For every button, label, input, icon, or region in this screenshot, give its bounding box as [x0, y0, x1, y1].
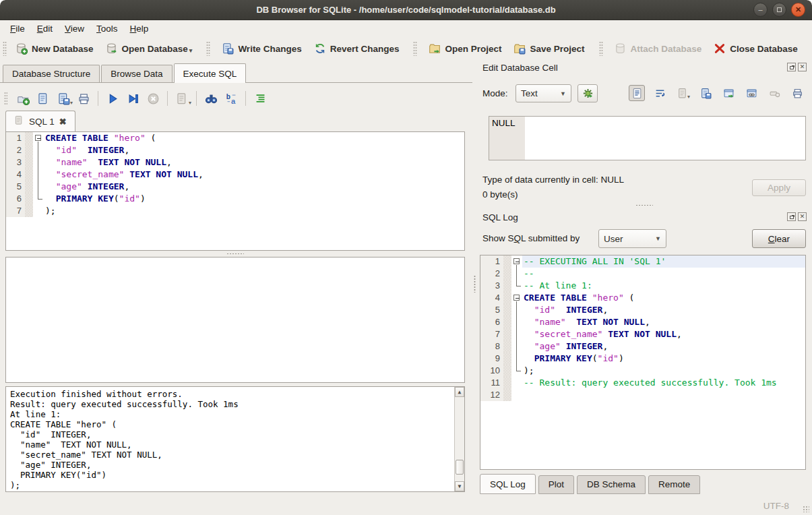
menu-help[interactable]: Help: [124, 22, 155, 35]
revert-changes-button[interactable]: Revert Changes: [308, 39, 406, 58]
fold-margin[interactable]: [511, 365, 522, 377]
fold-margin[interactable]: [511, 304, 522, 316]
code-text: -- Result: query executed successfully. …: [522, 377, 805, 389]
fold-margin[interactable]: [33, 169, 44, 181]
print-sql-button[interactable]: [73, 90, 94, 107]
fold-margin[interactable]: [511, 377, 522, 389]
format-sql-button[interactable]: [250, 90, 270, 107]
find-replace-button[interactable]: ba: [221, 90, 241, 107]
dropdown-caret-icon[interactable]: ▾: [189, 47, 193, 55]
menu-file[interactable]: File: [4, 22, 31, 35]
sql-toolbar: ▾▾ba: [4, 88, 270, 109]
close-database-button[interactable]: Close Database: [708, 39, 804, 58]
fold-margin[interactable]: [33, 181, 44, 193]
menu-edit[interactable]: Edit: [31, 22, 59, 35]
print-cell-button[interactable]: [789, 85, 805, 101]
code-text: );: [44, 205, 464, 217]
scroll-thumb[interactable]: [456, 460, 464, 475]
scroll-up-icon[interactable]: ▲: [455, 387, 464, 397]
close-button[interactable]: ✕: [791, 3, 805, 17]
fold-margin[interactable]: [33, 205, 44, 217]
fold-margin[interactable]: [33, 193, 44, 205]
tab-browse-data[interactable]: Browse Data: [101, 65, 172, 83]
execute-all-button[interactable]: [102, 90, 123, 107]
find-text-button[interactable]: [201, 90, 221, 107]
scroll-down-icon[interactable]: ▼: [455, 481, 464, 491]
line-number: 9: [480, 353, 503, 365]
write-changes-button[interactable]: Write Changes: [216, 39, 307, 58]
scrollbar[interactable]: ▲ ▼: [454, 387, 464, 491]
bookmark-margin: [503, 377, 511, 389]
mode-value: Text: [521, 88, 538, 98]
menu-tools[interactable]: Tools: [90, 22, 124, 35]
fold-margin[interactable]: [511, 280, 522, 292]
dock-tab-remote[interactable]: Remote: [648, 475, 700, 494]
toolbar-handle: [4, 92, 7, 105]
open-project-label: Open Project: [445, 44, 501, 54]
dock-tab-sql-log[interactable]: SQL Log: [480, 474, 536, 494]
fold-margin[interactable]: [33, 144, 44, 156]
save-project-button[interactable]: Save Project: [507, 39, 590, 58]
tab-database-structure[interactable]: Database Structure: [3, 65, 100, 83]
bookmark-margin: [503, 340, 511, 353]
dock-tab-db-schema[interactable]: DB Schema: [577, 475, 646, 494]
export-data-button[interactable]: [720, 85, 737, 101]
close-dock-icon[interactable]: ✕: [798, 212, 807, 221]
attach-database-label: Attach Database: [631, 44, 702, 54]
fold-margin[interactable]: [511, 340, 522, 353]
fold-margin[interactable]: [511, 328, 522, 340]
word-wrap-button[interactable]: [652, 85, 668, 101]
fold-margin[interactable]: [33, 132, 44, 144]
fold-margin[interactable]: [511, 353, 522, 365]
code-line: 5 "id" INTEGER,: [480, 304, 805, 316]
tab-execute-sql[interactable]: Execute SQL: [174, 63, 247, 83]
cell-value-editor[interactable]: NULL: [489, 116, 806, 160]
fold-margin[interactable]: [511, 255, 522, 268]
new-sql-tab-button[interactable]: [13, 90, 33, 107]
write-changes-label: Write Changes: [238, 44, 301, 54]
minimize-button[interactable]: –: [753, 3, 768, 17]
clear-button[interactable]: Clear: [752, 229, 806, 248]
copy-link-button[interactable]: [743, 85, 759, 101]
splitter-editor-results[interactable]: [5, 251, 465, 256]
close-dock-icon[interactable]: ✕: [798, 63, 807, 71]
code-text: CREATE TABLE "hero" (: [44, 132, 464, 144]
execution-log-pane[interactable]: Execution finished without errors. Resul…: [5, 386, 465, 492]
submitted-by-combobox[interactable]: User ▼: [598, 229, 666, 248]
text-view-button[interactable]: [629, 85, 645, 101]
fold-margin[interactable]: [511, 316, 522, 328]
resize-grip[interactable]: [803, 506, 809, 512]
code-line: 7);: [6, 205, 464, 217]
open-project-button[interactable]: Open Project: [423, 39, 507, 58]
proj-save-icon: [513, 42, 526, 55]
bookmark-margin: [25, 144, 33, 156]
toolbar-separator: [98, 91, 98, 106]
sql-editor[interactable]: 1CREATE TABLE "hero" (2 "id" INTEGER,3 "…: [5, 131, 465, 251]
new-database-button[interactable]: New Database: [9, 39, 100, 58]
menu-view[interactable]: View: [59, 22, 90, 35]
save-data-button[interactable]: [697, 85, 714, 101]
close-tab-icon[interactable]: ✖: [59, 117, 67, 127]
auto-apply-button[interactable]: [577, 84, 598, 102]
open-database-button[interactable]: Open Database▾: [100, 39, 199, 58]
tab-sql1[interactable]: SQL 1 ✖: [5, 111, 75, 131]
save-project-label: Save Project: [530, 44, 584, 54]
float-dock-icon[interactable]: [787, 63, 796, 71]
attach-database-button[interactable]: Attach Database: [608, 39, 708, 58]
splitter-docks[interactable]: [476, 203, 812, 208]
code-text: "age" INTEGER,: [522, 340, 805, 353]
maximize-button[interactable]: [772, 3, 786, 17]
fold-margin[interactable]: [511, 268, 522, 280]
mode-combobox[interactable]: Text ▼: [516, 84, 571, 102]
fold-margin[interactable]: [511, 292, 522, 304]
float-dock-icon[interactable]: [787, 212, 796, 221]
fold-margin[interactable]: [33, 156, 44, 169]
execute-line-button[interactable]: [123, 90, 143, 107]
line-number: 12: [480, 389, 503, 401]
save-sql-file-button[interactable]: ▾: [53, 90, 73, 107]
open-sql-file-button[interactable]: [33, 90, 53, 107]
apply-button[interactable]: Apply: [752, 179, 806, 196]
sql-log-editor[interactable]: 1-- EXECUTING ALL IN 'SQL 1'2--3-- At li…: [480, 255, 806, 470]
fold-margin[interactable]: [511, 389, 522, 401]
dock-tab-plot[interactable]: Plot: [538, 475, 574, 494]
